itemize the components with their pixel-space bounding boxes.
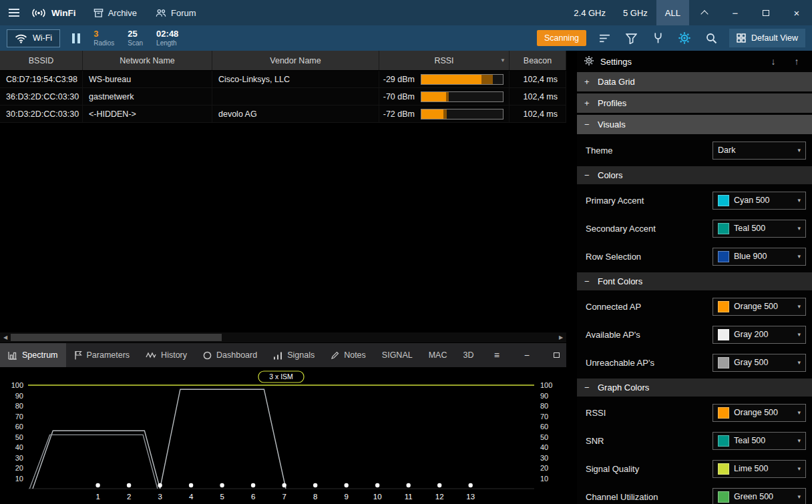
wifi-button[interactable]: Wi-Fi [7, 29, 60, 47]
pause-button[interactable] [72, 33, 80, 43]
arrow-up-icon[interactable]: ↑ [788, 56, 805, 67]
hamburger-menu-icon[interactable] [0, 0, 28, 25]
dropdown-channel-utilization[interactable]: Green 500▾ [713, 488, 806, 504]
signals-icon [273, 351, 282, 360]
dropdown-row-selection[interactable]: Blue 900▾ [713, 248, 806, 266]
dropdown-signal-quality[interactable]: Lime 500▾ [713, 460, 806, 478]
expand-icon: + [584, 98, 592, 108]
dropdown-available-ap-s[interactable]: Gray 200▾ [713, 326, 806, 344]
band-tab-2-4-ghz[interactable]: 2.4 GHz [565, 0, 614, 25]
band-tab-5-ghz[interactable]: 5 GHz [614, 0, 656, 25]
table-row[interactable]: 30:D3:2D:CC:03:30<-HIDDEN->devolo AG-72 … [0, 105, 566, 123]
panel-splitter[interactable] [566, 51, 577, 504]
scrollbar-thumb[interactable] [11, 334, 222, 341]
scrollbar-track[interactable] [11, 334, 556, 341]
tab-spectrum[interactable]: Spectrum [0, 343, 66, 367]
dropdown-unreachable-ap-s[interactable]: Gray 500▾ [713, 354, 806, 372]
setting-theme: ThemeDark▾ [577, 136, 812, 164]
svg-text:2: 2 [127, 493, 131, 501]
band-tab-all[interactable]: ALL [656, 0, 689, 25]
column-header-label: Network Name [120, 56, 175, 65]
nav-archive[interactable]: Archive [84, 0, 146, 25]
table-row[interactable]: C8:D7:19:54:C3:98WS-bureauCisco-Linksys,… [0, 71, 566, 88]
cell-vendor-name: Cisco-Linksys, LLC [212, 71, 379, 87]
dropdown-rssi[interactable]: Orange 500▾ [713, 404, 806, 422]
maximize-button[interactable] [751, 0, 781, 25]
rssi-value: -29 dBm [379, 75, 421, 84]
dropdown-primary-accent[interactable]: Cyan 500▾ [713, 192, 806, 210]
chevron-up-icon [700, 10, 708, 17]
tune-icon[interactable] [649, 29, 666, 47]
dropdown-snr[interactable]: Teal 500▾ [713, 432, 806, 450]
group-font-colors[interactable]: −Font Colors [577, 272, 812, 290]
column-header-beacon[interactable]: Beacon [510, 51, 566, 70]
minimize-button[interactable]: − [720, 0, 751, 25]
nav-forum[interactable]: Forum [146, 0, 206, 25]
svg-text:100: 100 [11, 381, 23, 389]
group-colors[interactable]: −Colors [577, 166, 812, 184]
tab-mac[interactable]: MAC [421, 343, 455, 367]
scanning-badge: Scanning [537, 30, 586, 46]
arrow-down-icon[interactable]: ↓ [765, 56, 782, 67]
svg-text:10: 10 [540, 475, 548, 483]
cell-rssi: -29 dBm [379, 71, 510, 87]
tab-history[interactable]: History [138, 343, 195, 367]
column-header-vendor-name[interactable]: Vendor Name [212, 51, 379, 70]
cell-vendor-name: devolo AG [212, 105, 379, 122]
gear-icon [584, 55, 594, 68]
settings-gear-icon[interactable] [676, 29, 693, 47]
chevron-down-icon: ▾ [797, 465, 801, 472]
filter-icon[interactable] [622, 29, 640, 47]
section-data-grid[interactable]: +Data Grid [577, 72, 812, 91]
svg-text:60: 60 [15, 423, 23, 431]
dropdown-value: Cyan 500 [734, 196, 770, 205]
tab-signal[interactable]: SIGNAL [374, 343, 421, 367]
wifi-icon [15, 33, 27, 43]
tab-signals[interactable]: Signals [265, 343, 323, 367]
table-row[interactable]: 36:D3:2D:CC:03:30gastnetwerk-70 dBm102,4… [0, 88, 566, 105]
band-tabs: 2.4 GHz5 GHzALL [565, 0, 689, 25]
collapse-icon: − [584, 119, 592, 130]
forum-icon [156, 9, 166, 17]
dropdown-theme[interactable]: Dark▾ [713, 142, 806, 160]
tab-dashboard[interactable]: Dashboard [195, 343, 265, 367]
sort-list-icon[interactable] [596, 29, 613, 47]
svg-text:8: 8 [313, 493, 317, 501]
panel-minimize-button[interactable]: − [512, 343, 542, 367]
search-icon[interactable] [702, 29, 720, 47]
section-profiles[interactable]: +Profiles [577, 93, 812, 113]
column-header-bssid[interactable]: BSSID [0, 51, 83, 70]
parameters-icon [74, 350, 82, 360]
dropdown-secondary-accent[interactable]: Teal 500▾ [713, 220, 806, 238]
close-button[interactable]: × [781, 0, 812, 25]
group-label: Colors [598, 170, 623, 180]
tab-3d[interactable]: 3D [455, 343, 481, 367]
svg-text:100: 100 [540, 381, 552, 389]
scroll-left-icon[interactable]: ◀ [0, 332, 11, 342]
panel-menu-icon[interactable]: ≡ [481, 343, 512, 367]
tab-parameters[interactable]: Parameters [66, 343, 138, 367]
horizontal-scrollbar[interactable]: ◀ ▶ [0, 332, 566, 342]
column-filter-icon[interactable]: ▼ [500, 57, 505, 63]
svg-text:20: 20 [15, 464, 23, 472]
svg-text:10: 10 [15, 475, 23, 483]
default-view-button[interactable]: Default View [729, 29, 805, 47]
group-graph-colors[interactable]: −Graph Colors [577, 379, 812, 397]
column-header-rssi[interactable]: RSSI▼ [379, 51, 510, 70]
rssi-bar [421, 74, 503, 85]
spectrum-chart: 1010202030304040505060607070808090901001… [0, 367, 566, 504]
setting-available-ap-s: Available AP'sGray 200▾ [577, 320, 812, 348]
dropdown-connected-ap[interactable]: Orange 500▾ [713, 298, 806, 316]
column-header-network-name[interactable]: Network Name [83, 51, 212, 70]
setting-channel-utilization: Channel UtilizationGreen 500▾ [577, 483, 812, 504]
setting-label: Channel Utilization [586, 492, 658, 502]
collapse-button[interactable] [689, 0, 720, 25]
main-area: BSSIDNetwork NameVendor NameRSSI▼Beacon … [0, 51, 812, 504]
section-visuals[interactable]: −Visuals [577, 115, 812, 134]
tab-notes[interactable]: Notes [323, 343, 374, 367]
left-pane: BSSIDNetwork NameVendor NameRSSI▼Beacon … [0, 51, 566, 504]
dropdown-value: Teal 500 [734, 224, 765, 233]
cell-bssid: 36:D3:2D:CC:03:30 [0, 88, 83, 105]
scroll-right-icon[interactable]: ▶ [556, 332, 566, 342]
svg-text:80: 80 [15, 402, 23, 410]
